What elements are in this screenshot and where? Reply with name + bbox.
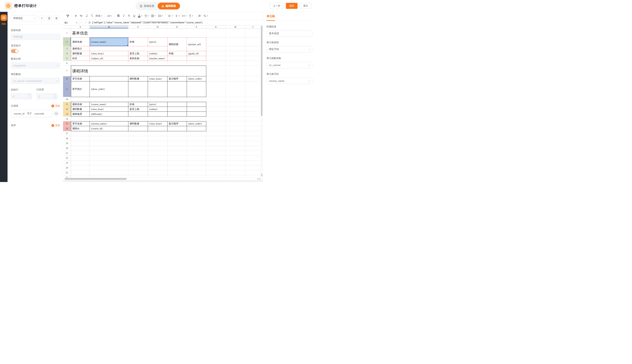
grid-cell[interactable] [148,146,167,151]
grid-cell[interactable] [226,46,245,51]
grid-cell[interactable]: 课程名称 [71,102,90,107]
search-button[interactable]: ▼ [202,13,209,18]
grid-cell[interactable] [187,82,206,97]
start-row-stepper[interactable]: 8 [11,93,32,99]
grid-cell[interactable] [148,82,167,97]
grid-cell[interactable] [128,136,148,141]
grid-cell[interactable]: {class_hour} [90,51,128,56]
grid-cell[interactable] [90,97,128,102]
grid-cell[interactable]: 价格 [128,38,148,46]
grid-cell[interactable] [245,82,261,97]
grid-cell[interactable]: 课时数量 [71,51,90,56]
row-header-2[interactable]: 2 [63,38,71,46]
step-down-icon[interactable] [53,96,57,99]
iterate-toggle[interactable] [11,49,19,53]
grid-cell[interactable] [148,141,167,146]
grid-cell[interactable] [128,166,148,170]
grid-cell[interactable]: {price} [148,38,167,46]
row-header-13[interactable]: 13 [63,112,71,116]
grid-cell[interactable]: 章节名称 [71,76,90,82]
grid-cell[interactable] [187,102,206,107]
grid-cell[interactable] [128,126,148,131]
tab-basic-info[interactable]: 基础信息 [136,3,158,10]
grid-cell[interactable] [148,156,167,160]
grid-cell[interactable] [245,121,261,126]
panel-tab-cell[interactable]: 单元格 [266,14,275,21]
grid-cell[interactable] [245,136,261,141]
grid-cell[interactable] [167,136,187,141]
data-group-select[interactable]: OrangeTest [11,62,60,68]
row-header-18[interactable]: 18 [63,136,71,141]
grid-cell[interactable] [90,160,128,166]
grid-cell[interactable] [148,61,167,66]
grid-cell[interactable] [167,61,187,66]
grid-cell[interactable] [148,160,167,166]
grid-cell[interactable] [148,116,167,121]
column-header-E[interactable]: E [167,26,187,28]
grid-cell[interactable] [71,170,90,175]
grid-cell[interactable] [245,46,261,51]
column-header-B[interactable]: B [90,26,128,28]
grid-cell[interactable] [167,112,187,116]
grid-cell[interactable] [71,160,90,166]
grid-cell[interactable] [206,51,226,56]
grid-cell[interactable] [167,102,187,107]
grid-cell[interactable] [71,97,90,102]
row-header-1[interactable]: 1 [63,28,71,38]
vertical-scrollbar[interactable] [261,26,262,180]
horizontal-align-button[interactable]: ▼ [167,13,174,18]
row-header-21[interactable]: 21 [63,151,71,156]
grid-cell[interactable] [187,107,206,112]
step-up-icon[interactable] [28,94,32,96]
grid-cell[interactable] [226,170,245,175]
font-color-button[interactable]: A ▼ [137,13,143,18]
save-button[interactable]: 保存 [286,3,297,9]
row-header-17[interactable]: 17 [63,131,71,136]
grid-cell[interactable] [187,170,206,175]
row-header-7[interactable]: 7 [63,66,71,76]
grid-cell[interactable] [71,151,90,156]
grid-cell[interactable] [206,107,226,112]
grid-cell[interactable] [187,156,206,160]
grid-cell[interactable] [245,61,261,66]
cancel-formula-icon[interactable]: × [81,21,82,24]
grid-cell[interactable] [206,116,226,121]
grid-cell[interactable]: {show_order} [187,76,206,82]
grid-cell[interactable] [206,82,226,97]
delete-section-button[interactable] [54,16,59,21]
fill-color-button[interactable]: ▼ [144,13,150,18]
grid-cell[interactable] [71,131,90,136]
italic-button[interactable]: I [121,13,126,18]
grid-cell[interactable] [245,51,261,56]
grid-cell[interactable] [187,56,206,61]
grid-cell[interactable] [187,116,206,121]
grid-cell[interactable] [148,126,167,131]
grid-cell[interactable] [90,61,128,66]
copy-section-button[interactable] [46,16,52,21]
grid-cell[interactable] [187,61,206,66]
row-header-14[interactable]: 14 [63,116,71,121]
row-header-16[interactable]: 16 [63,126,71,131]
grid-cell[interactable] [226,121,245,126]
grid-cell[interactable] [148,151,167,156]
grid-cell[interactable] [226,141,245,146]
vertical-align-button[interactable]: ▼ [174,13,181,18]
grid-cell[interactable] [206,56,226,61]
grid-cell[interactable] [206,131,226,136]
grid-cell[interactable] [206,61,226,66]
grid-cell[interactable] [226,102,245,107]
row-header-6[interactable]: 6 [63,61,71,66]
grid-cell[interactable]: 课程简介 [71,46,90,51]
grid-cell[interactable] [128,156,148,160]
increase-decimal-button[interactable]: .00→.0 [89,13,94,18]
template-nav-item[interactable] [1,14,7,21]
section-select[interactable]: 详情信息 [11,15,37,21]
grid-cell[interactable] [71,146,90,151]
row-header-5[interactable]: 5 [63,56,71,61]
row-header-8[interactable]: 8 [63,76,71,82]
format-painter-button[interactable] [65,13,70,18]
grid-cell[interactable] [206,156,226,160]
grid-cell[interactable]: 价格 [128,102,148,107]
grid-cell[interactable] [90,116,128,121]
grid-cell[interactable] [206,112,226,116]
